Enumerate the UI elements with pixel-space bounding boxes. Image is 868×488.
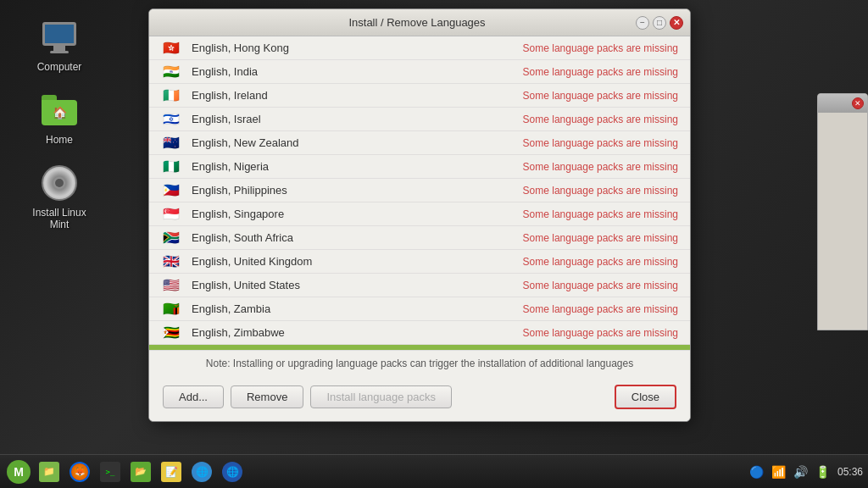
lang-flag-6: 🇵🇭 <box>161 184 181 197</box>
lang-status-0: Some language packs are missing <box>523 42 678 54</box>
lang-name-2: English, Ireland <box>192 89 523 102</box>
mint-menu-button[interactable]: M <box>5 458 32 485</box>
lang-row-10[interactable]: 🇺🇸English, United StatesSome language pa… <box>149 274 690 297</box>
install-language-packs-button[interactable]: Install language packs <box>310 385 452 408</box>
lang-flag-13: 🇯🇵 <box>161 350 181 351</box>
lang-row-4[interactable]: 🇳🇿English, New ZealandSome language pack… <box>149 131 690 155</box>
taskbar-left: M 📁 🦊 >_ 📂 📝 🌐 🌐 <box>5 458 246 485</box>
computer-label: Computer <box>37 61 82 73</box>
lang-row-1[interactable]: 🇮🇳English, IndiaSome language packs are … <box>149 60 690 84</box>
lang-name-8: English, South Africa <box>192 231 523 244</box>
titlebar-close-button[interactable]: ✕ <box>670 16 683 30</box>
dialog-win-buttons: − □ ✕ <box>636 16 683 30</box>
taskbar-terminal-button[interactable]: >_ <box>97 458 124 485</box>
files-icon: 📁 <box>39 462 59 482</box>
clock: 05:36 <box>837 466 863 478</box>
desktop-icon-home[interactable]: 🏠 Home <box>25 90 93 146</box>
taskbar-globe2-button[interactable]: 🌐 <box>219 458 246 485</box>
lang-flag-8: 🇿🇦 <box>161 231 181 245</box>
notes-icon: 📝 <box>161 462 181 482</box>
lang-name-1: English, India <box>192 65 523 78</box>
bg-close-icon[interactable]: ✕ <box>852 97 864 109</box>
install-mint-label: Install Linux Mint <box>25 207 93 230</box>
lang-flag-0: 🇭🇰 <box>161 42 181 55</box>
lang-status-4: Some language packs are missing <box>523 137 678 149</box>
lang-flag-12: 🇿🇼 <box>161 326 181 340</box>
lang-status-3: Some language packs are missing <box>523 114 678 125</box>
lang-row-8[interactable]: 🇿🇦English, South AfricaSome language pac… <box>149 226 690 250</box>
taskbar: M 📁 🦊 >_ 📂 📝 🌐 🌐 <box>0 454 868 488</box>
lang-row-5[interactable]: 🇳🇬English, NigeriaSome language packs ar… <box>149 155 690 179</box>
lang-name-6: English, Philippines <box>192 184 523 197</box>
taskbar-folder-button[interactable]: 📂 <box>127 458 154 485</box>
remove-button[interactable]: Remove <box>231 385 303 408</box>
desktop: Computer 🏠 Home Install Linux Mint <box>0 0 868 488</box>
dialog-buttons: Add... Remove Install language packs Clo… <box>149 376 690 421</box>
lang-row-7[interactable]: 🇸🇬English, SingaporeSome language packs … <box>149 202 690 226</box>
close-button[interactable]: Close <box>615 385 676 409</box>
lang-name-4: English, New Zealand <box>192 136 523 149</box>
lang-flag-11: 🇿🇲 <box>161 302 181 316</box>
lang-row-13[interactable]: 🇯🇵Japanese, JapanFully installed <box>149 345 690 350</box>
mint-logo-icon: M <box>7 460 31 484</box>
taskbar-right: 🔵 📶 🔊 🔋 05:36 <box>749 464 863 480</box>
lang-row-3[interactable]: 🇮🇱English, IsraelSome language packs are… <box>149 108 690 131</box>
install-remove-languages-dialog: Install / Remove Languages − □ ✕ 🇭🇰Engli… <box>148 8 691 422</box>
dialog-buttons-left: Add... Remove Install language packs <box>163 385 452 408</box>
lang-status-8: Some language packs are missing <box>523 232 678 244</box>
lang-flag-10: 🇺🇸 <box>161 279 181 292</box>
wifi-icon[interactable]: 📶 <box>771 464 787 480</box>
home-label: Home <box>46 134 73 146</box>
volume-icon[interactable]: 🔊 <box>793 464 809 480</box>
battery-icon[interactable]: 🔋 <box>815 464 831 480</box>
desktop-icon-computer[interactable]: Computer <box>25 17 93 73</box>
lang-status-5: Some language packs are missing <box>523 161 678 173</box>
lang-name-12: English, Zimbabwe <box>192 326 523 339</box>
lang-flag-5: 🇳🇬 <box>161 160 181 174</box>
globe2-icon: 🌐 <box>222 462 242 482</box>
lang-row-11[interactable]: 🇿🇲English, ZambiaSome language packs are… <box>149 297 690 321</box>
desktop-icon-install-mint[interactable]: Install Linux Mint <box>25 163 93 230</box>
lang-row-0[interactable]: 🇭🇰English, Hong KongSome language packs … <box>149 36 690 60</box>
lang-row-12[interactable]: 🇿🇼English, ZimbabweSome language packs a… <box>149 321 690 345</box>
taskbar-firefox-button[interactable]: 🦊 <box>66 458 93 485</box>
taskbar-globe-button[interactable]: 🌐 <box>188 458 215 485</box>
add-button[interactable]: Add... <box>163 385 224 408</box>
lang-flag-3: 🇮🇱 <box>161 113 181 126</box>
folder-manager-icon: 📂 <box>131 462 151 482</box>
taskbar-notes-button[interactable]: 📝 <box>158 458 185 485</box>
bluetooth-icon[interactable]: 🔵 <box>749 464 765 480</box>
desktop-icons: Computer 🏠 Home Install Linux Mint <box>25 17 93 230</box>
language-list: 🇭🇰English, Hong KongSome language packs … <box>149 36 690 350</box>
dialog-body: 🇭🇰English, Hong KongSome language packs … <box>149 36 690 421</box>
lang-flag-1: 🇮🇳 <box>161 65 181 79</box>
lang-status-12: Some language packs are missing <box>523 327 678 339</box>
firefox-icon: 🦊 <box>70 462 90 482</box>
lang-status-2: Some language packs are missing <box>523 90 678 102</box>
dialog-buttons-right: Close <box>615 385 676 409</box>
dialog-note: Note: Installing or upgrading language p… <box>149 350 690 376</box>
dialog-titlebar[interactable]: Install / Remove Languages − □ ✕ <box>149 9 690 36</box>
lang-row-6[interactable]: 🇵🇭English, PhilippinesSome language pack… <box>149 179 690 202</box>
lang-status-6: Some language packs are missing <box>523 185 678 197</box>
terminal-icon: >_ <box>100 462 120 482</box>
lang-status-7: Some language packs are missing <box>523 208 678 220</box>
lang-flag-9: 🇬🇧 <box>161 255 181 269</box>
dialog-window: Install / Remove Languages − □ ✕ 🇭🇰Engli… <box>148 8 691 422</box>
minimize-button[interactable]: − <box>636 16 649 30</box>
lang-name-5: English, Nigeria <box>192 160 523 173</box>
lang-flag-4: 🇳🇿 <box>161 136 181 150</box>
lang-status-9: Some language packs are missing <box>523 256 678 268</box>
lang-name-7: English, Singapore <box>192 208 523 220</box>
lang-row-9[interactable]: 🇬🇧English, United KingdomSome language p… <box>149 250 690 274</box>
maximize-button[interactable]: □ <box>653 16 666 30</box>
lang-row-2[interactable]: 🇮🇪English, IrelandSome language packs ar… <box>149 84 690 108</box>
lang-name-3: English, Israel <box>192 113 523 125</box>
lang-name-11: English, Zambia <box>192 302 523 315</box>
lang-name-10: English, United States <box>192 279 523 291</box>
lang-status-11: Some language packs are missing <box>523 303 678 315</box>
lang-status-10: Some language packs are missing <box>523 280 678 291</box>
lang-name-9: English, United Kingdom <box>192 255 523 268</box>
taskbar-files-button[interactable]: 📁 <box>36 458 63 485</box>
background-window: ✕ <box>817 93 868 330</box>
